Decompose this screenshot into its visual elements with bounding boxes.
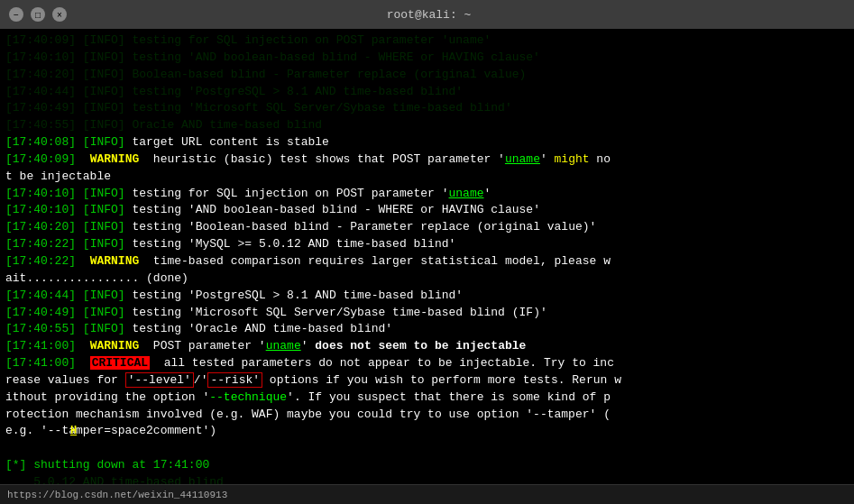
terminal-line: [17:40:20] [INFO] testing 'Boolean-based…	[5, 219, 849, 236]
scrollback-line: [17:40:09] [INFO] testing for SQL inject…	[5, 32, 849, 50]
terminal-line: [17:40:08] [INFO] target URL content is …	[5, 134, 849, 151]
window-controls[interactable]: − □ ×	[9, 7, 67, 22]
terminal-line: [17:40:10] [INFO] testing for SQL inject…	[5, 186, 849, 203]
terminal-line: [17:40:22] [INFO] testing 'MySQL >= 5.0.…	[5, 236, 849, 253]
terminal-line-critical: [17:41:00] [CRITICAL] all tested paramet…	[5, 355, 849, 440]
window-title: root@kali: ~	[387, 8, 472, 22]
statusbar-url: https://blog.csdn.net/weixin_44110913	[7, 490, 227, 500]
statusbar: https://blog.csdn.net/weixin_44110913	[0, 484, 854, 504]
scrollback-line: [17:40:55] [INFO] Oracle AND time-based …	[5, 117, 849, 134]
terminal-line-warning3: [17:41:00] [WARNING] POST parameter 'una…	[5, 338, 849, 355]
terminal-line: [17:40:10] [INFO] testing 'AND boolean-b…	[5, 202, 849, 219]
terminal-line-warning: [17:40:09] [WARNING] heuristic (basic) t…	[5, 151, 849, 186]
scrollback-line: [17:40:49] [INFO] testing 'Microsoft SQL…	[5, 100, 849, 117]
close-button[interactable]: ×	[52, 7, 67, 22]
maximize-button[interactable]: □	[31, 7, 45, 22]
h-marker: H	[70, 425, 77, 437]
terminal-window: − □ × root@kali: ~ [17:40:09] [INFO] tes…	[0, 0, 854, 504]
terminal-shutdown-line: [*] shutting down at 17:41:00	[5, 457, 849, 474]
scrollback-line: [17:40:20] [INFO] Boolean-based blind - …	[5, 67, 849, 84]
scrollback-bottom: 5.0.12 AND time-based blind	[5, 474, 849, 484]
terminal-line-warning2: [17:40:22] [WARNING] time-based comparis…	[5, 253, 849, 288]
scrollback-line: [17:40:44] [INFO] testing 'PostgreSQL > …	[5, 84, 849, 101]
minimize-button[interactable]: −	[9, 7, 23, 22]
terminal-line: [17:40:55] [INFO] testing 'Oracle AND ti…	[5, 321, 849, 338]
terminal-line: [17:40:49] [INFO] testing 'Microsoft SQL…	[5, 305, 849, 322]
titlebar: − □ × root@kali: ~	[0, 0, 854, 29]
terminal-empty-line	[5, 440, 849, 457]
scrollback-line: [17:40:10] [INFO] testing 'AND boolean-b…	[5, 50, 849, 67]
terminal-line: [17:40:44] [INFO] testing 'PostgreSQL > …	[5, 288, 849, 305]
terminal-body[interactable]: [17:40:09] [INFO] testing for SQL inject…	[0, 29, 854, 484]
